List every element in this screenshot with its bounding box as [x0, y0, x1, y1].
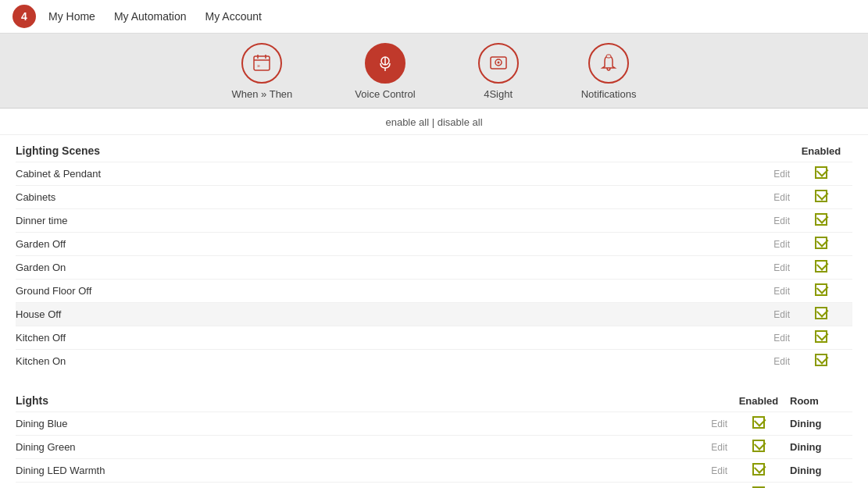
checkbox-icon[interactable]	[815, 166, 827, 179]
row-name: Cabinets	[16, 191, 769, 203]
checkbox-icon[interactable]	[752, 463, 765, 476]
lighting-scene-row: Cabinets Edit	[16, 185, 852, 208]
row-checkbox[interactable]	[790, 330, 852, 345]
row-checkbox[interactable]	[790, 283, 852, 298]
main-content: enable all | disable all Lighting Scenes…	[0, 109, 868, 488]
row-checkbox[interactable]	[790, 190, 852, 205]
lighting-scene-row: Garden Off Edit	[16, 232, 852, 255]
row-room: Dining	[790, 441, 852, 453]
row-edit-link[interactable]: Edit	[773, 192, 790, 203]
notifications-label: Notifications	[581, 88, 637, 100]
row-edit-link[interactable]: Edit	[773, 169, 790, 180]
row-room: Dining	[790, 418, 852, 429]
checkbox-icon[interactable]	[815, 237, 827, 249]
checkbox-icon[interactable]	[815, 330, 827, 343]
row-checkbox[interactable]	[727, 463, 790, 478]
row-name: Cabinet & Pendant	[16, 168, 769, 180]
lighting-scene-row: Dinner time Edit	[16, 208, 852, 232]
checkbox-icon[interactable]	[815, 307, 827, 319]
when-then-label: When » Then	[232, 88, 293, 100]
row-room: Dining	[790, 465, 852, 476]
checkbox-icon[interactable]	[752, 416, 765, 429]
when-then-icon: »	[241, 43, 282, 84]
row-checkbox[interactable]	[727, 440, 790, 454]
checkbox-icon[interactable]	[815, 260, 827, 272]
row-edit-link[interactable]: Edit	[711, 442, 727, 453]
lights-title: Lights	[16, 394, 727, 407]
enable-bar: enable all | disable all	[0, 109, 868, 135]
logo-icon: 4	[13, 5, 36, 28]
row-checkbox[interactable]	[790, 237, 852, 251]
row-name: Ground Floor Off	[16, 285, 769, 297]
row-edit-link[interactable]: Edit	[711, 465, 727, 476]
svg-rect-0	[254, 56, 270, 70]
row-edit-link[interactable]: Edit	[773, 216, 790, 226]
lights-row: Dining Blue Edit Dining	[16, 411, 852, 435]
lights-room-col-header: Room	[790, 395, 852, 407]
separator: |	[429, 116, 438, 128]
row-name: House Off	[16, 308, 769, 320]
row-edit-link[interactable]: Edit	[773, 262, 790, 273]
checkbox-icon[interactable]	[815, 190, 827, 202]
row-name: Dinner time	[16, 215, 769, 226]
lighting-scene-row: Garden On Edit	[16, 255, 852, 279]
row-checkbox[interactable]	[790, 307, 852, 322]
row-edit-link[interactable]: Edit	[773, 356, 790, 367]
row-checkbox[interactable]	[790, 213, 852, 228]
checkbox-icon[interactable]	[815, 283, 827, 296]
voice-control-icon	[365, 43, 405, 84]
lights-row: Dining Lightstrip Edit Dining	[16, 482, 852, 488]
svg-text:»: »	[257, 63, 260, 69]
notifications-nav[interactable]: Notifications	[581, 43, 637, 100]
disable-all-link[interactable]: disable all	[438, 116, 483, 128]
lights-rows: Dining Blue Edit Dining Dining Green Edi…	[16, 411, 852, 488]
checkbox-icon[interactable]	[752, 440, 765, 452]
row-edit-link[interactable]: Edit	[773, 286, 790, 297]
row-checkbox[interactable]	[727, 416, 790, 431]
voice-control-nav[interactable]: Voice Control	[355, 43, 415, 100]
lights-section: Lights Enabled Room Dining Blue Edit Din…	[0, 385, 868, 488]
row-name: Garden Off	[16, 238, 769, 250]
4sight-nav[interactable]: 4Sight	[478, 43, 519, 100]
notifications-icon	[588, 43, 629, 84]
icon-nav: » When » Then Voice Control 4Sight	[0, 34, 868, 109]
row-name: Kitchen On	[16, 355, 769, 367]
row-edit-link[interactable]: Edit	[773, 309, 790, 320]
when-then-nav[interactable]: » When » Then	[232, 43, 293, 100]
lighting-scenes-rows: Cabinet & Pendant Edit Cabinets Edit Din…	[16, 162, 852, 372]
lighting-scenes-header: Lighting Scenes Enabled	[16, 135, 852, 162]
voice-control-label: Voice Control	[355, 88, 415, 100]
lights-row: Dining Green Edit Dining	[16, 435, 852, 458]
lights-header: Lights Enabled Room	[16, 385, 852, 411]
lighting-scenes-title: Lighting Scenes	[16, 144, 790, 157]
nav-my-home[interactable]: My Home	[48, 10, 95, 23]
row-name: Dining LED Warmth	[16, 465, 706, 476]
lighting-scene-row: Ground Floor Off Edit	[16, 279, 852, 302]
top-nav: 4 My Home My Automation My Account	[0, 0, 868, 34]
lighting-scene-row: Kitchen Off Edit	[16, 326, 852, 349]
svg-rect-11	[606, 55, 611, 58]
lighting-scenes-section: Lighting Scenes Enabled Cabinet & Pendan…	[0, 135, 868, 372]
nav-my-automation[interactable]: My Automation	[114, 10, 187, 23]
row-name: Dining Blue	[16, 418, 706, 429]
lights-row: Dining LED Warmth Edit Dining	[16, 458, 852, 482]
lighting-scene-row: Kitchen On Edit	[16, 349, 852, 372]
4sight-icon	[478, 43, 519, 84]
enable-all-link[interactable]: enable all	[385, 116, 429, 128]
row-edit-link[interactable]: Edit	[773, 239, 790, 250]
lighting-enabled-col-header: Enabled	[790, 145, 852, 157]
svg-point-10	[497, 62, 499, 64]
checkbox-icon[interactable]	[815, 354, 827, 366]
row-name: Dining Green	[16, 441, 706, 453]
4sight-label: 4Sight	[484, 88, 513, 100]
lights-enabled-col-header: Enabled	[727, 395, 790, 407]
row-edit-link[interactable]: Edit	[711, 419, 727, 429]
nav-my-account[interactable]: My Account	[205, 10, 262, 23]
lighting-scene-row: Cabinet & Pendant Edit	[16, 162, 852, 185]
row-edit-link[interactable]: Edit	[773, 333, 790, 344]
row-name: Garden On	[16, 262, 769, 273]
row-checkbox[interactable]	[790, 166, 852, 181]
checkbox-icon[interactable]	[815, 213, 827, 226]
row-checkbox[interactable]	[790, 354, 852, 369]
row-checkbox[interactable]	[790, 260, 852, 275]
